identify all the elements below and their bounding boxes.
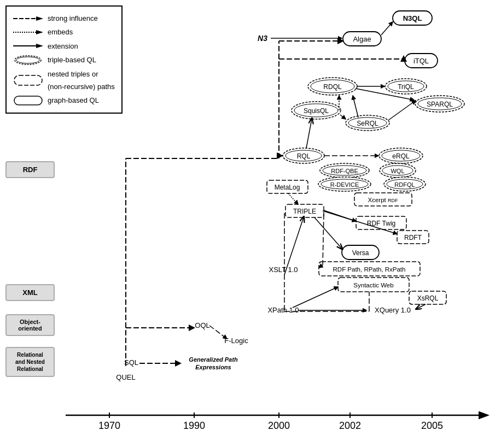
arrow-SeRQL-SPARQL — [388, 101, 416, 120]
year-2005: 2005 — [421, 420, 443, 431]
label-TRIPLE: TRIPLE — [293, 208, 316, 215]
label-SPARQL: SPARQL — [427, 101, 453, 108]
label-eRQL: eRQL — [392, 152, 410, 160]
label-RDFQL: RDFQL — [394, 181, 415, 188]
label-XsRQL: XsRQL — [417, 294, 439, 302]
label-GenPath2: Expressions — [195, 364, 231, 370]
label-RDFQBE: RDF-QBE — [331, 168, 358, 174]
arrow-Algae-N3QL — [381, 22, 393, 35]
label-SeRQL: SeRQL — [357, 120, 378, 127]
label-SquisQL: SquisQL — [304, 107, 329, 115]
label-MetaLog: MetaLog — [275, 184, 300, 191]
label-GenPath1: Generalized Path — [189, 356, 238, 363]
label-RDQL: RDQL — [323, 83, 342, 91]
label-N3: N3 — [258, 34, 267, 43]
label-RDFT: RDFT — [404, 234, 422, 241]
label-XcerptRDF: Xcerpt RDF — [368, 197, 398, 203]
label-Algae: Algae — [353, 35, 371, 43]
arrow-RQL-SquisQL — [306, 119, 312, 148]
year-2002: 2002 — [339, 420, 361, 431]
label-OQL: OQL — [195, 321, 209, 329]
diagram-container: strong influence embeds extension triple… — [0, 0, 501, 448]
year-2000: 2000 — [268, 420, 290, 431]
label-Versa: Versa — [352, 249, 369, 257]
timeline-diagram: 1970 1990 2000 2002 2005 N3QL N3 Algae i… — [0, 0, 501, 448]
arrow-SeRQL-RDQL — [353, 96, 358, 117]
year-1970: 1970 — [98, 420, 120, 431]
dashed-v-RDFPath — [323, 214, 324, 265]
label-QUEL: QUEL — [116, 373, 135, 381]
label-FLogic: F-Logic — [224, 337, 248, 345]
arrow-SquisQL-SeRQL — [340, 115, 346, 119]
arrow-XsRQL-XQuery — [417, 304, 426, 309]
year-1990: 1990 — [183, 420, 205, 431]
arrow-MetaLog-TRIPLE — [288, 193, 298, 204]
arrow-TRIPLE-Versa — [314, 217, 342, 249]
label-XQuery: XQuery 1.0 — [375, 306, 411, 314]
label-N3QL: N3QL — [403, 14, 422, 22]
arrow-OQL-FLogic — [209, 326, 227, 339]
label-iTQL: iTQL — [413, 57, 429, 65]
label-RDFPath: RDF Path, RPath, RxPath — [333, 266, 406, 273]
label-RDEVICE: R-DEVICE — [330, 181, 359, 188]
label-SyntacticWeb: Syntactic Web — [353, 282, 393, 288]
label-WQL: WQL — [391, 168, 404, 174]
label-TriQL: TriQL — [398, 83, 414, 91]
label-XSLT: XSLT 1.0 — [269, 266, 298, 274]
arrow-XPath-SyntacticWeb — [293, 287, 338, 308]
label-RQL: RQL — [297, 152, 311, 160]
